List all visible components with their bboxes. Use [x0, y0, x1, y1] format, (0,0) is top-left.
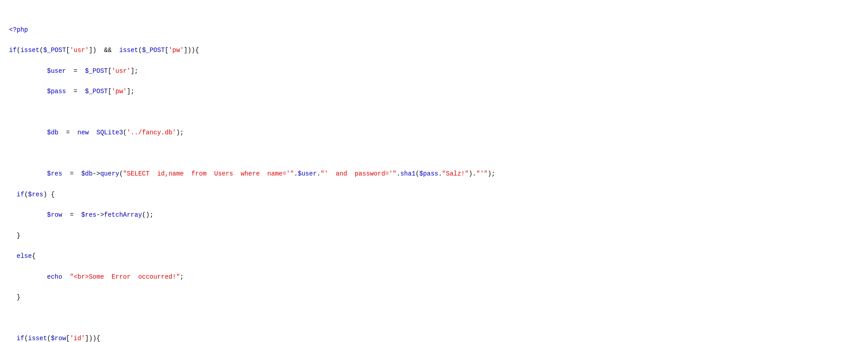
token: -> [96, 211, 104, 218]
token: $row [47, 211, 62, 218]
token: . [317, 170, 321, 177]
token: ( [39, 47, 43, 54]
token: -> [93, 170, 100, 177]
token [9, 252, 17, 260]
line-5 [9, 107, 859, 118]
line-12: else{ [9, 251, 859, 261]
token: "<br>Some Error occourred!" [70, 273, 180, 280]
token: if [17, 191, 24, 198]
line-8: $res = $db->query("SELECT id,name from U… [9, 169, 859, 179]
token: = [66, 88, 85, 95]
line-14: } [9, 292, 859, 303]
token: isset [28, 335, 47, 342]
token: = [58, 129, 77, 136]
token: new [77, 129, 89, 136]
line-4: $pass = $_POST['pw']; [9, 86, 859, 97]
line-13: echo "<br>Some Error occourred!"; [9, 272, 859, 282]
token: ( [123, 129, 127, 136]
token: sha1 [400, 170, 415, 177]
token: ); [488, 170, 495, 177]
token: $pass [419, 170, 438, 177]
token: $_POST [85, 88, 108, 95]
token: ( [24, 335, 28, 342]
token: . [438, 170, 442, 177]
token: isset [20, 47, 39, 54]
token: ])){ [184, 47, 199, 54]
token: query [100, 170, 119, 177]
token: 'pw' [169, 47, 184, 54]
token: (); [142, 211, 153, 218]
token: ]) && [89, 47, 119, 54]
token: { [32, 252, 35, 260]
token: [ [108, 88, 111, 95]
token: $db [47, 129, 58, 136]
token: 'usr' [112, 67, 131, 75]
token: $user [298, 170, 317, 177]
token: fetchArray [104, 211, 142, 218]
token: "' and password='" [321, 170, 396, 177]
token: 'pw' [112, 88, 127, 95]
line-3: $user = $_POST['usr']; [9, 66, 859, 76]
token: "Salz!" [442, 170, 469, 177]
token: $res [47, 170, 62, 177]
token: [ [165, 47, 169, 54]
token: ) { [43, 191, 55, 198]
token: ( [119, 170, 123, 177]
token: 'usr' [70, 47, 89, 54]
token [9, 191, 17, 198]
line-15 [9, 313, 859, 323]
token: SQLite3 [96, 129, 123, 136]
token: $pass [47, 88, 66, 95]
token: = [62, 170, 81, 177]
token: $_POST [142, 47, 165, 54]
line-2: if(isset($_POST['usr']) && isset($_POST[… [9, 45, 859, 56]
token: $_POST [85, 67, 108, 75]
token [9, 129, 47, 136]
token: ( [138, 47, 142, 54]
token: ; [180, 273, 184, 280]
token: . [294, 170, 297, 177]
token: = [66, 67, 85, 75]
token: "SELECT id,name from Users where name='" [123, 170, 294, 177]
token: ( [17, 47, 20, 54]
token: } [9, 294, 20, 301]
token: $res [81, 211, 97, 218]
token: $user [47, 67, 66, 75]
token: if [9, 47, 17, 54]
line-6: $db = new SQLite3('../fancy.db'); [9, 128, 859, 138]
token: echo [47, 273, 62, 280]
token [9, 273, 47, 280]
token: ]; [131, 67, 138, 75]
token: if [17, 335, 24, 342]
token: ])){ [85, 335, 100, 342]
token: '../fancy.db' [127, 129, 176, 136]
token: $res [28, 191, 43, 198]
token: isset [119, 47, 138, 54]
token [62, 273, 70, 280]
line-9: if($res) { [9, 190, 859, 200]
line-1: <?php [9, 25, 859, 35]
token [9, 88, 47, 95]
token [89, 129, 96, 136]
token [9, 211, 47, 218]
token: "'" [476, 170, 487, 177]
token [9, 67, 47, 75]
token: [ [108, 67, 111, 75]
token [9, 170, 47, 177]
token: ]; [127, 88, 134, 95]
token: 'id' [70, 335, 85, 342]
token: ). [469, 170, 476, 177]
token: $db [81, 170, 93, 177]
line-11: } [9, 231, 859, 241]
token: $row [51, 335, 66, 342]
token: else [17, 252, 32, 260]
token [9, 335, 17, 342]
token: <?php [9, 26, 28, 33]
token: } [9, 232, 20, 239]
token: ); [176, 129, 184, 136]
token: = [62, 211, 81, 218]
line-10: $row = $res->fetchArray(); [9, 210, 859, 220]
line-7 [9, 148, 859, 159]
line-16: if(isset($row['id'])){ [9, 333, 859, 342]
token: $_POST [43, 47, 66, 54]
